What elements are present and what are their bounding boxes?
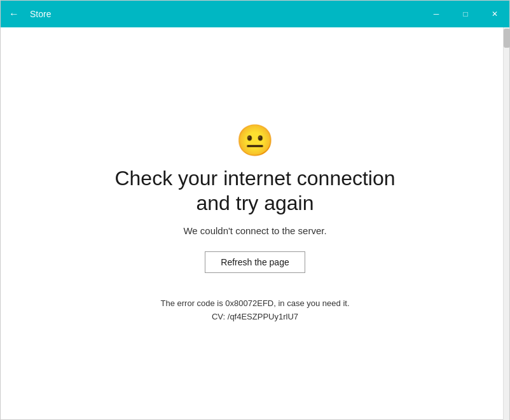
error-face-icon: 😐 <box>236 125 274 156</box>
window-title: Store <box>30 9 51 19</box>
scrollbar[interactable] <box>503 27 509 420</box>
back-icon: ← <box>9 8 19 20</box>
error-title: Check your internet connection and try a… <box>114 166 395 215</box>
back-button[interactable]: ← <box>1 1 27 27</box>
maximize-button[interactable]: □ <box>451 1 480 27</box>
titlebar: ← Store ─ □ ✕ <box>1 1 509 27</box>
error-cv-text: CV: /qf4ESZPPUy1rlU7 <box>212 312 298 321</box>
scrollbar-thumb[interactable] <box>504 29 510 48</box>
error-subtitle: We couldn't connect to the server. <box>183 225 326 236</box>
minimize-icon: ─ <box>434 10 439 18</box>
main-content: 😐 Check your internet connection and try… <box>1 27 509 419</box>
app-window: ← Store ─ □ ✕ 😐 Check your internet conn… <box>0 0 510 420</box>
close-button[interactable]: ✕ <box>480 1 509 27</box>
window-controls: ─ □ ✕ <box>422 1 509 27</box>
maximize-icon: □ <box>463 10 467 18</box>
refresh-button[interactable]: Refresh the page <box>205 251 305 273</box>
close-icon: ✕ <box>492 10 498 18</box>
minimize-button[interactable]: ─ <box>422 1 451 27</box>
error-code-text: The error code is 0x80072EFD, in case yo… <box>161 298 350 308</box>
